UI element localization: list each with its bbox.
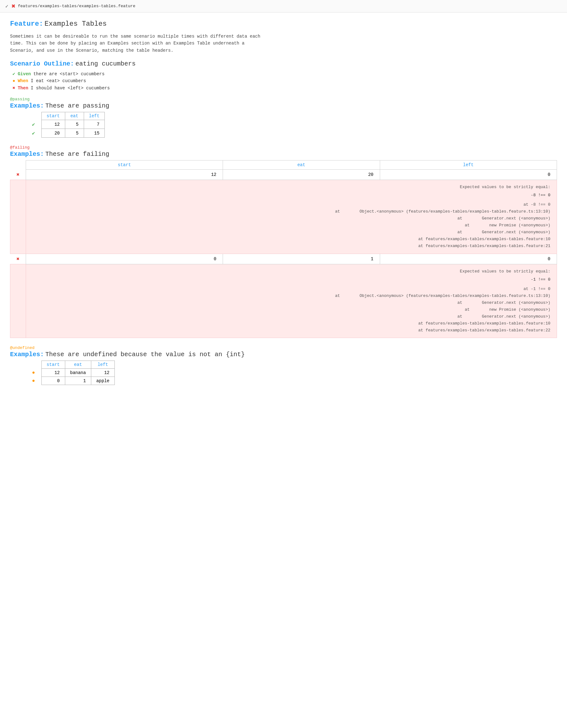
error-stack: at -8 !== 0 at Object.<anonymous> (featu…: [40, 201, 550, 250]
undefined-examples-header: Examples: These are undefined because th…: [10, 351, 557, 358]
step-given: ✔ Given there are <start> cucumbers: [13, 71, 557, 76]
error-detail-spacer: [10, 264, 26, 338]
error-icon: ✖: [17, 256, 20, 262]
row-status-icon: ✖: [10, 170, 26, 180]
cell-left: apple: [91, 377, 114, 385]
stack-line: at features/examples-tables/examples-tab…: [40, 327, 550, 334]
cell-eat: 5: [65, 120, 84, 129]
failing-examples-table: start eat left ✖ 12 20 0: [10, 160, 557, 338]
stack-line: at features/examples-tables/examples-tab…: [40, 320, 550, 327]
error-title: Expected values to be strictly equal:: [32, 268, 550, 275]
pending-icon: ●: [32, 378, 35, 384]
row-status-icon: ✖: [10, 254, 26, 264]
col-left: left: [84, 112, 105, 120]
cell-start: 0: [41, 377, 65, 385]
error-detail-row: Expected values to be strictly equal: -1…: [10, 264, 557, 338]
cell-left: 12: [91, 369, 114, 377]
feature-label: Feature:: [10, 20, 43, 28]
cell-eat: 1: [223, 254, 380, 264]
passing-examples-section: @passing Examples: These are passing sta…: [10, 97, 557, 138]
chevron-icon: ✓: [5, 4, 9, 9]
col-start: start: [41, 112, 65, 120]
error-title: Expected values to be strictly equal:: [32, 184, 550, 191]
passing-tag: @passing: [10, 97, 557, 102]
table-row: ● 0 1 apple: [23, 377, 114, 385]
error-stack: at -1 !== 0 at Object.<anonymous> (featu…: [40, 286, 550, 334]
feature-description: Sometimes it can be desireable to run th…: [10, 33, 557, 54]
pending-icon: ●: [32, 370, 35, 376]
failing-examples-label: Examples:: [10, 150, 44, 158]
col-start: start: [26, 161, 223, 170]
stack-line: at Object.<anonymous> (features/examples…: [40, 293, 550, 299]
feature-header: Feature: Examples Tables: [10, 20, 557, 28]
check-icon: ✔: [32, 122, 35, 128]
scenario-outline-label: Scenario Outline:: [10, 60, 74, 67]
step-when-keyword: When: [18, 78, 28, 83]
cell-start: 12: [41, 120, 65, 129]
step-given-icon: ✔: [13, 71, 15, 76]
col-eat: eat: [65, 361, 91, 369]
error-detail-spacer: [10, 180, 26, 254]
cell-eat: 1: [65, 377, 91, 385]
stack-line: at new Promise (<anonymous>): [40, 222, 550, 229]
feature-title: Examples Tables: [45, 20, 107, 28]
undefined-examples-section: @undefined Examples: These are undefined…: [10, 346, 557, 385]
table-header-row: start eat left: [23, 361, 114, 369]
error-equation: -8 !== 0: [32, 192, 550, 199]
cell-left: 7: [84, 120, 105, 129]
header-icon-cell: [23, 361, 41, 369]
row-status-icon: ✔: [23, 129, 41, 138]
table-row: ✔ 20 5 15: [23, 129, 105, 138]
stack-line: at Generator.next (<anonymous>): [40, 215, 550, 222]
stack-line: at new Promise (<anonymous>): [40, 306, 550, 313]
row-status-icon: ●: [23, 377, 41, 385]
scenario-outline-header: Scenario Outline: eating cucumbers: [10, 60, 557, 67]
cell-start: 20: [41, 129, 65, 138]
cell-eat: banana: [65, 369, 91, 377]
main-container: ✓ ✖ features/examples-tables/examples-ta…: [0, 0, 567, 728]
stack-line: at Generator.next (<anonymous>): [40, 313, 550, 320]
row-status-icon: ●: [23, 369, 41, 377]
step-when: ● When I eat <eat> cucumbers: [13, 78, 557, 83]
col-left: left: [380, 161, 557, 170]
cell-start: 12: [26, 170, 223, 180]
cell-start: 12: [41, 369, 65, 377]
failing-tag: @failing: [10, 145, 557, 150]
step-then: ✖ Then I should have <left> cucumbers: [13, 85, 557, 91]
failing-table-wrapper: start eat left ✖ 12 20 0: [10, 160, 557, 338]
stack-line: at -8 !== 0: [40, 201, 550, 208]
stack-line: at features/examples-tables/examples-tab…: [40, 243, 550, 250]
error-icon: ✖: [17, 172, 20, 178]
undefined-examples-label: Examples:: [10, 351, 44, 358]
stack-line: at Object.<anonymous> (features/examples…: [40, 208, 550, 215]
error-detail-content: Expected values to be strictly equal: -1…: [32, 268, 550, 334]
step-when-text: I eat <eat> cucumbers: [31, 78, 86, 83]
scenario-outline-title: eating cucumbers: [76, 60, 136, 67]
undefined-examples-table: start eat left ● 12 banana 12 ● 0: [23, 361, 115, 385]
step-then-keyword: Then: [18, 86, 28, 91]
failing-examples-section: @failing Examples: These are failing sta…: [10, 145, 557, 338]
steps-list: ✔ Given there are <start> cucumbers ● Wh…: [10, 71, 557, 91]
cell-left: 15: [84, 129, 105, 138]
file-path: features/examples-tables/examples-tables…: [18, 4, 135, 8]
passing-examples-label: Examples:: [10, 102, 44, 109]
topbar: ✓ ✖ features/examples-tables/examples-ta…: [0, 0, 567, 13]
step-given-text: there are <start> cucumbers: [33, 71, 104, 76]
table-row: ✖ 12 20 0: [10, 170, 557, 180]
error-icon: ✖: [11, 3, 15, 9]
header-icon-cell: [23, 112, 41, 120]
row-status-icon: ✔: [23, 120, 41, 129]
error-detail-cell: Expected values to be strictly equal: -8…: [26, 180, 557, 254]
stack-line: at -1 !== 0: [40, 286, 550, 293]
step-then-text: I should have <left> cucumbers: [31, 86, 110, 91]
failing-examples-header: Examples: These are failing: [10, 150, 557, 158]
table-row: ✔ 12 5 7: [23, 120, 105, 129]
cell-eat: 20: [223, 170, 380, 180]
stack-line: at Generator.next (<anonymous>): [40, 229, 550, 236]
col-eat: eat: [65, 112, 84, 120]
passing-examples-table: start eat left ✔ 12 5 7 ✔ 20 5: [23, 112, 105, 138]
undefined-examples-title: These are undefined because the value is…: [45, 351, 245, 358]
error-detail-content: Expected values to be strictly equal: -8…: [32, 184, 550, 250]
error-equation: -1 !== 0: [32, 276, 550, 283]
cell-start: 0: [26, 254, 223, 264]
